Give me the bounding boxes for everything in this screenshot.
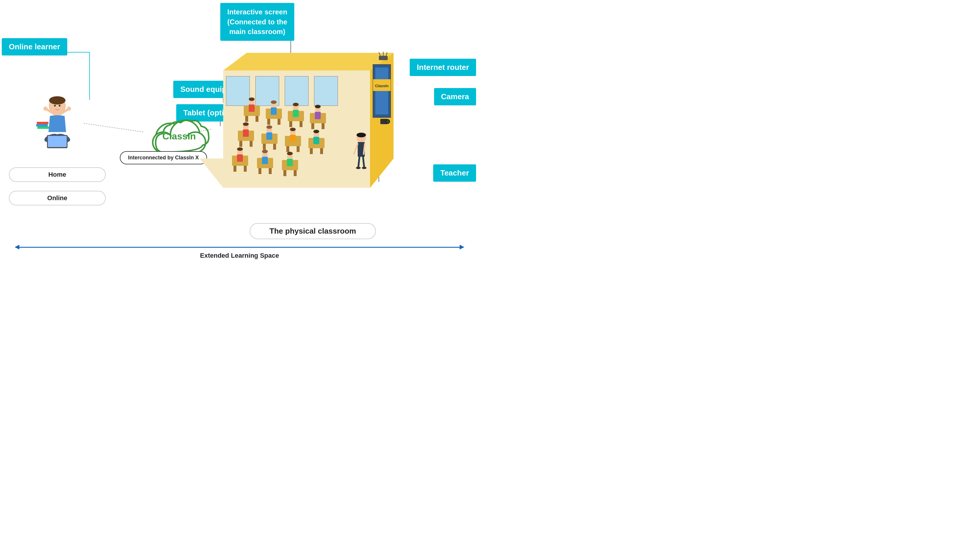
svg-rect-51 <box>379 56 388 60</box>
svg-point-125 <box>357 133 366 138</box>
svg-point-132 <box>362 167 366 169</box>
svg-rect-78 <box>322 123 325 129</box>
home-label: Home <box>9 167 106 182</box>
svg-rect-75 <box>293 110 299 117</box>
svg-rect-29 <box>36 124 48 127</box>
svg-point-23 <box>67 106 71 111</box>
online-label: Online <box>9 191 106 206</box>
svg-rect-95 <box>286 146 289 152</box>
svg-rect-84 <box>250 141 252 147</box>
svg-rect-60 <box>255 116 259 122</box>
svg-point-110 <box>237 147 243 151</box>
svg-rect-69 <box>271 108 277 115</box>
arrow-shaft <box>19 247 460 248</box>
svg-rect-27 <box>48 136 67 147</box>
svg-point-80 <box>315 105 321 108</box>
svg-rect-77 <box>311 123 314 129</box>
svg-point-116 <box>262 150 268 153</box>
interactive-screen-label: Interactive screen (Connected to the mai… <box>220 3 294 41</box>
svg-point-19 <box>59 105 60 106</box>
svg-rect-71 <box>289 121 292 127</box>
svg-marker-42 <box>223 53 393 70</box>
svg-rect-102 <box>320 148 323 154</box>
svg-rect-99 <box>290 135 296 142</box>
svg-point-68 <box>271 100 277 104</box>
svg-rect-83 <box>240 141 242 147</box>
svg-point-74 <box>293 103 299 106</box>
svg-point-131 <box>356 167 361 169</box>
svg-rect-113 <box>259 168 262 174</box>
interactive-screen-text: Interactive screen (Connected to the mai… <box>227 8 287 35</box>
svg-rect-72 <box>300 121 303 127</box>
svg-point-22 <box>43 106 48 111</box>
internet-router-label: Internet router <box>410 59 476 76</box>
svg-rect-90 <box>273 144 276 150</box>
svg-rect-107 <box>233 166 236 172</box>
camera-label: Camera <box>434 88 476 105</box>
svg-rect-45 <box>285 76 308 106</box>
svg-point-17 <box>49 96 65 104</box>
svg-text:ClassIn: ClassIn <box>375 84 389 88</box>
online-learner-label: Online learner <box>2 38 67 55</box>
extended-learning-section: Extended Learning Space <box>15 245 464 259</box>
svg-rect-93 <box>266 132 272 140</box>
svg-rect-114 <box>269 168 272 174</box>
svg-rect-87 <box>243 130 249 137</box>
svg-rect-63 <box>249 104 255 112</box>
svg-rect-111 <box>237 154 243 162</box>
svg-point-92 <box>266 125 272 129</box>
svg-text:ClassIn: ClassIn <box>162 131 196 141</box>
svg-line-130 <box>363 157 364 167</box>
svg-rect-123 <box>287 159 293 166</box>
svg-rect-89 <box>263 144 266 150</box>
svg-point-122 <box>287 152 293 155</box>
svg-rect-101 <box>310 148 313 154</box>
svg-rect-105 <box>313 137 319 144</box>
svg-rect-30 <box>37 127 49 129</box>
svg-point-86 <box>243 122 249 126</box>
arrow-left-head <box>15 245 19 250</box>
svg-rect-46 <box>314 76 338 106</box>
person-illustration <box>31 94 84 153</box>
interconnected-label: Interconnected by ClassIn X <box>120 151 207 165</box>
svg-point-18 <box>54 105 56 106</box>
svg-rect-65 <box>267 119 270 125</box>
physical-classroom-label: The physical classroom <box>250 223 376 239</box>
arrow-right-head <box>460 245 464 250</box>
svg-rect-120 <box>294 170 297 176</box>
extended-learning-label: Extended Learning Space <box>200 252 279 259</box>
classroom-illustration: ClassIn <box>200 47 393 199</box>
svg-point-57 <box>386 120 389 123</box>
svg-point-62 <box>249 97 255 101</box>
svg-rect-28 <box>37 122 48 124</box>
teacher-label: Teacher <box>433 165 476 182</box>
arrow-line <box>15 245 464 250</box>
svg-line-2 <box>84 123 144 132</box>
svg-point-98 <box>290 128 296 131</box>
svg-rect-43 <box>226 76 250 106</box>
svg-rect-108 <box>244 166 247 172</box>
svg-rect-96 <box>297 146 300 152</box>
svg-rect-59 <box>245 116 248 122</box>
svg-line-129 <box>358 157 360 167</box>
svg-rect-119 <box>283 170 286 176</box>
svg-rect-81 <box>315 112 321 119</box>
svg-rect-117 <box>262 157 268 164</box>
svg-rect-66 <box>278 119 281 125</box>
svg-point-104 <box>313 130 319 133</box>
